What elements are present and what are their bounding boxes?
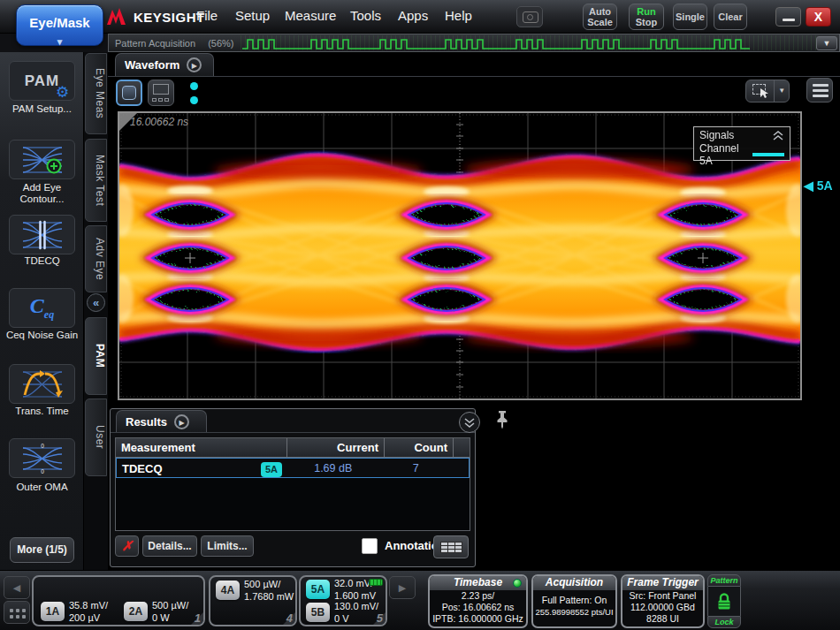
acquisition-panel[interactable]: Acquisition Full Pattern: On 255.9899855…: [531, 574, 617, 628]
play-icon[interactable]: ▶: [187, 57, 202, 72]
details-button[interactable]: Details...: [142, 535, 197, 557]
brand-name: KEYSIGHT: [134, 10, 205, 25]
channel-group-4[interactable]: 4A 500 µW/ 1.7680 mW 4: [209, 575, 297, 626]
frame-trigger-panel[interactable]: Frame Trigger Src: Front Panel 112.00000…: [621, 574, 705, 628]
results-tab[interactable]: Results ▶: [116, 410, 207, 432]
multi-view-layout-button[interactable]: [148, 80, 174, 106]
waveform-panel: Waveform ▶ ▼: [108, 52, 840, 570]
single-button[interactable]: Single: [673, 4, 707, 30]
eye-diagram-graticule[interactable]: 16.00662 ns Signals Channel 5A: [118, 111, 802, 400]
channel-4a-badge[interactable]: 4A: [216, 581, 240, 600]
measurement-category-tabs: Eye Meas Mask Test Adv Eye « PAM User: [84, 52, 108, 570]
transition-time-button[interactable]: [9, 364, 75, 404]
marker-left-icon: ◀: [804, 178, 813, 193]
screenshot-camera-button[interactable]: [516, 6, 543, 27]
header-count[interactable]: Count: [385, 438, 454, 457]
splitter-handle-dot[interactable]: [190, 96, 198, 104]
svg-text:0: 0: [41, 467, 44, 474]
pam-setup-button[interactable]: PAM ⚙: [9, 61, 75, 101]
auto-scale-button[interactable]: Auto Scale: [583, 4, 617, 30]
channel-2a-badge[interactable]: 2A: [124, 602, 148, 621]
table-row[interactable]: TDECQ 5A 1.69 dB 7: [116, 458, 470, 478]
mode-selector-button[interactable]: Eye/Mask ▾: [16, 4, 103, 46]
timebase-position: Pos: 16.00662 ns: [430, 602, 526, 613]
marquee-dropdown-icon[interactable]: ▼: [775, 80, 789, 102]
results-table-header: Measurement Current Count: [116, 438, 470, 458]
marquee-select-button[interactable]: ▼: [745, 80, 790, 102]
menu-help[interactable]: Help: [445, 8, 472, 23]
pattern-lock-top-label: Pattern: [707, 574, 741, 587]
signals-legend[interactable]: Signals Channel 5A: [693, 126, 790, 161]
more-measurements-button[interactable]: More (1/5): [10, 537, 74, 563]
tab-adv-eye[interactable]: Adv Eye: [85, 225, 107, 292]
splitter-handle-dot[interactable]: [190, 82, 198, 90]
channel-group-5[interactable]: 5A 32.0 mV/ 1.600 mV 5B 130.0 mV/ 0 V 5: [299, 575, 387, 626]
pattern-lock-indicator[interactable]: Pattern Lock: [707, 574, 741, 628]
close-button[interactable]: X: [806, 7, 831, 27]
channel-5a-badge[interactable]: 5A: [306, 580, 330, 599]
display-menu-button[interactable]: [806, 78, 833, 102]
group-number: 4: [286, 611, 293, 625]
limits-button[interactable]: Limits...: [201, 535, 254, 557]
add-eye-contour-label: Add Eye Contour...: [0, 182, 84, 205]
results-panel: Results ▶ Measurement Current Count: [110, 408, 476, 567]
ceq-noise-gain-label: Ceq Noise Gain: [0, 330, 84, 341]
minimize-icon: [783, 19, 795, 21]
trigger-rate: 112.00000 GBd: [622, 602, 703, 613]
channels-overview-button[interactable]: [4, 601, 30, 624]
eye-transition-icon: [22, 369, 63, 399]
measurement-sidebar: PAM ⚙ PAM Setup... Add Eye Contour...: [0, 52, 84, 570]
channel-color-swatch: [752, 153, 784, 156]
menu-setup[interactable]: Setup: [235, 8, 270, 23]
channel-5a-active-indicator: [369, 579, 383, 586]
pattern-acquisition-label: Pattern Acquisition: [115, 38, 195, 49]
legend-channel-label: Channel 5A: [699, 142, 752, 167]
channels-scroll-right-button[interactable]: ▶: [389, 576, 416, 599]
add-eye-contour-button[interactable]: [9, 140, 75, 179]
channel-badge: 5A: [261, 462, 282, 477]
tab-user[interactable]: User: [85, 398, 107, 476]
timebase-panel[interactable]: Timebase 2.23 ps/ Pos: 16.00662 ns IPTB:…: [428, 574, 528, 628]
keysight-spark-icon: [106, 7, 127, 27]
sidebar-collapse-button[interactable]: «: [87, 293, 105, 312]
channel-4a-scale: 500 µW/: [244, 579, 294, 591]
clear-button[interactable]: Clear: [714, 4, 747, 30]
tab-pam[interactable]: PAM: [85, 317, 107, 395]
single-view-layout-button[interactable]: [116, 80, 142, 106]
pattern-acquisition-bar: Pattern Acquisition (56%) ▼: [108, 34, 840, 52]
play-icon[interactable]: ▶: [174, 414, 189, 429]
group-number: 1: [195, 611, 201, 625]
annotations-checkbox[interactable]: [362, 538, 378, 554]
channel-1a-badge[interactable]: 1A: [41, 602, 65, 621]
menu-tools[interactable]: Tools: [350, 8, 381, 23]
pam-gear-icon: PAM ⚙: [25, 72, 60, 90]
waveform-tab[interactable]: Waveform ▶: [115, 53, 214, 76]
channel-group-1[interactable]: 1A 35.8 mV/ 200 µV 2A 500 µW/ 0 W 1: [32, 575, 205, 626]
minimize-button[interactable]: [775, 7, 801, 27]
ceq-noise-gain-button[interactable]: Ceq: [9, 288, 75, 328]
menu-file[interactable]: File: [196, 8, 218, 23]
header-measurement[interactable]: Measurement: [116, 438, 287, 457]
measurement-current-value: 1.69 dB: [287, 462, 384, 474]
annotation-table-button[interactable]: [433, 535, 469, 558]
header-current[interactable]: Current: [287, 438, 385, 457]
channel-5a-marker[interactable]: ◀ 5A: [804, 178, 833, 193]
tab-eye-meas[interactable]: Eye Meas: [85, 53, 107, 134]
outer-oma-button[interactable]: 0 0: [9, 438, 75, 478]
tdecq-button[interactable]: [9, 215, 75, 254]
pin-icon[interactable]: [494, 410, 510, 429]
tab-mask-test[interactable]: Mask Test: [85, 139, 107, 222]
channel-5b-badge[interactable]: 5B: [306, 603, 330, 622]
channels-scroll-left-button[interactable]: ◀: [4, 576, 30, 599]
pattern-dropdown-button[interactable]: ▼: [816, 36, 837, 50]
tdecq-label: TDECQ: [0, 255, 84, 267]
chevron-up-double-icon[interactable]: [772, 131, 784, 140]
menu-measure[interactable]: Measure: [285, 8, 336, 23]
delete-measurement-button[interactable]: ✗: [115, 535, 139, 557]
menu-apps[interactable]: Apps: [398, 8, 428, 23]
measurement-count-value: 7: [384, 462, 453, 474]
pattern-waveform-icon: [241, 35, 820, 50]
results-collapse-button[interactable]: [459, 412, 480, 433]
table-grid-icon: [440, 542, 462, 553]
run-stop-button[interactable]: Run Stop: [629, 4, 664, 30]
